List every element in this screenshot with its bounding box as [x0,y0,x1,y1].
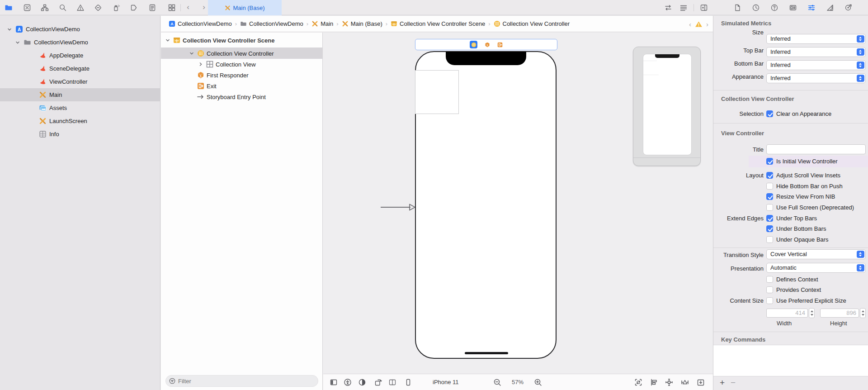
device-name[interactable]: iPhone 11 [433,379,459,385]
outline-row-collection-view[interactable]: Collection View [198,59,256,70]
defines-context-checkbox[interactable] [766,276,773,283]
size-inspector-icon[interactable] [826,4,834,12]
view-controller-dock-selected[interactable] [470,41,477,48]
hide-bottom-bar-checkbox[interactable] [766,183,773,190]
top-bar-dropdown[interactable]: Inferred [766,47,866,57]
presentation-dropdown[interactable]: Automatic [766,263,866,273]
symbols-icon[interactable] [41,4,49,12]
navigator-row-file[interactable]: SceneDelegate [0,62,160,75]
issue-navigator-icon[interactable] [76,4,85,12]
under-top-bars-checkbox[interactable] [766,215,773,222]
identity-inspector-icon[interactable] [789,4,797,12]
back-button[interactable]: ‹ [184,3,193,12]
toggle-outline-icon[interactable] [330,378,338,386]
breadcrumb-item[interactable]: Collection View Controller [494,20,570,27]
report-navigator-icon[interactable] [148,4,156,12]
add-editor-icon[interactable] [700,4,708,12]
chevron-down-icon[interactable] [189,51,194,56]
find-navigator-icon[interactable] [59,4,67,12]
remove-key-command-button[interactable]: − [731,378,736,388]
outline-row-first-responder[interactable]: 1 First Responder [197,70,248,81]
project-navigator-icon[interactable] [5,4,13,12]
update-frames-icon[interactable] [634,378,642,386]
size-dropdown[interactable]: Inferred [766,34,866,44]
warning-icon[interactable] [695,21,703,28]
add-key-command-button[interactable]: + [720,378,725,388]
breadcrumb-item[interactable]: A CollectionViewDemo [169,20,232,27]
chevron-down-icon[interactable] [7,27,12,32]
device-icon[interactable] [404,378,412,386]
test-navigator-icon[interactable] [94,4,102,12]
height-stepper[interactable] [860,308,866,318]
accessibility-icon[interactable] [344,378,352,386]
tab-overview-icon[interactable] [168,4,176,12]
storyboard-canvas[interactable]: 1 [323,33,713,374]
add-constraints-icon[interactable] [665,378,673,386]
zoom-out-icon[interactable] [493,378,501,386]
code-review-icon[interactable] [664,4,672,12]
bottom-bar-dropdown[interactable]: Inferred [766,60,866,70]
previous-issue-button[interactable]: ‹ [689,20,691,28]
breadcrumb-item[interactable]: Main (Base) [342,20,382,27]
clear-on-appearance-checkbox[interactable] [766,110,773,117]
navigator-row-file[interactable]: AppDelegate [0,49,160,62]
height-field[interactable]: 896 [820,309,859,318]
transition-style-dropdown[interactable]: Cover Vertical [766,249,866,259]
view-controller-scene[interactable] [415,51,557,359]
navigator-row-file[interactable]: Info [0,128,160,141]
navigator-row-project[interactable]: A CollectionViewDemo [0,23,160,36]
color-scheme-icon[interactable] [358,378,366,386]
width-field[interactable]: 414 [766,309,808,318]
resize-view-from-nib-checkbox[interactable] [766,193,773,200]
next-issue-button[interactable]: › [706,20,708,28]
rotate-device-icon[interactable] [374,378,382,386]
align-icon[interactable] [650,378,658,386]
breadcrumb-item[interactable]: Collection View Controller Scene [391,20,485,27]
attributes-inspector-icon[interactable] [807,4,816,12]
help-inspector-icon[interactable] [770,4,778,12]
chevron-down-icon[interactable] [15,40,20,45]
navigator-row-file[interactable]: Assets [0,101,160,114]
collection-view-cell[interactable] [415,70,459,114]
split-view-icon[interactable] [388,378,396,386]
entry-point-arrow[interactable] [380,203,416,212]
outline-row-entry-point[interactable]: Storyboard Entry Point [197,91,266,102]
navigator-row-group[interactable]: CollectionViewDemo [0,36,160,49]
width-stepper[interactable] [809,308,815,318]
source-control-icon[interactable] [23,4,31,12]
breakpoint-navigator-icon[interactable] [130,4,138,12]
appearance-dropdown[interactable]: Inferred [766,73,866,83]
connections-inspector-icon[interactable] [844,4,853,12]
is-initial-view-controller-checkbox[interactable] [766,158,773,165]
adjust-editor-icon[interactable] [679,4,688,12]
chevron-down-icon[interactable] [165,38,170,43]
first-responder-icon[interactable]: 1 [485,42,490,48]
resolve-autolayout-icon[interactable] [681,378,689,386]
navigator-row-file[interactable]: LaunchScreen [0,114,160,128]
file-inspector-icon[interactable] [733,4,741,12]
breadcrumb-item[interactable]: CollectionViewDemo [240,20,303,27]
embed-icon[interactable] [697,378,705,386]
under-opaque-bars-checkbox[interactable] [766,236,773,243]
exit-icon[interactable] [497,42,503,48]
key-commands-list[interactable] [713,345,868,376]
outline-row-scene[interactable]: Collection View Controller Scene [165,35,274,46]
outline-row-view-controller[interactable]: Collection View Controller [189,48,274,59]
filter-input[interactable] [178,378,305,385]
canvas-minimap[interactable] [633,47,701,166]
use-preferred-explicit-size-checkbox[interactable] [766,297,773,304]
breadcrumb-item[interactable]: Main [311,20,333,27]
under-bottom-bars-checkbox[interactable] [766,225,773,232]
title-input[interactable] [766,144,866,154]
debug-navigator-icon[interactable] [112,4,120,12]
adjust-scroll-view-insets-checkbox[interactable] [766,172,773,179]
zoom-level[interactable]: 57% [512,379,524,385]
zoom-in-icon[interactable] [534,378,542,386]
navigator-row-file[interactable]: ViewController [0,75,160,88]
tab-main-base[interactable]: Main (Base) [208,0,282,15]
use-full-screen-checkbox[interactable] [766,204,773,211]
filter-field[interactable] [165,375,318,387]
chevron-right-icon[interactable] [198,62,203,67]
history-inspector-icon[interactable] [752,4,760,12]
provides-context-checkbox[interactable] [766,286,773,293]
